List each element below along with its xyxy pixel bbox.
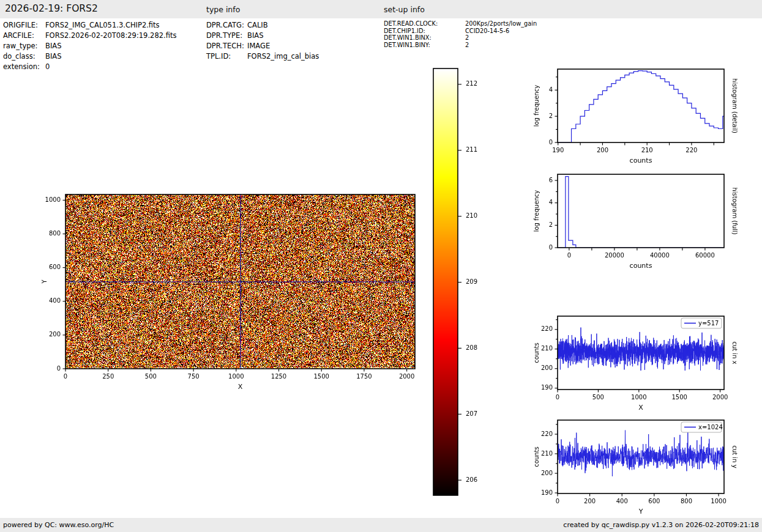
cut-in-x-plot xyxy=(523,305,762,418)
footer-right-text: created by qc_rawdisp.py v1.2.3 on 2026-… xyxy=(563,521,759,529)
info-label: ARCFILE: xyxy=(3,31,45,41)
info-value: 200Kps/2ports/low_gain xyxy=(465,20,537,27)
info-row: extension:0 xyxy=(3,62,176,72)
info-label: DET.WIN1.BINY: xyxy=(384,42,465,49)
info-row: TPL.ID:FORS2_img_cal_bias xyxy=(206,51,319,62)
info-label: TPL.ID: xyxy=(206,51,247,62)
info-row: do_class:BIAS xyxy=(3,51,176,62)
info-label: DPR.TECH: xyxy=(206,41,247,51)
info-label: DET.CHIP1.ID: xyxy=(384,28,465,35)
info-value: 2 xyxy=(465,42,469,48)
info-label: do_class: xyxy=(3,51,45,62)
info-row: DPR.TYPE:BIAS xyxy=(206,31,319,41)
setup-info-block: DET.READ.CLOCK:200Kps/2ports/low_gain DE… xyxy=(384,20,537,48)
type-info-heading: type info xyxy=(206,5,240,14)
info-value: FORS2_img_cal_bias xyxy=(247,52,319,61)
header-bar xyxy=(0,0,762,18)
qc-report-page: { "header": { "title": "2026-02-19: FORS… xyxy=(0,0,762,532)
info-value: 0 xyxy=(45,62,50,71)
info-value: CALIB xyxy=(247,21,268,29)
info-row: DPR.CATG:CALIB xyxy=(206,20,319,31)
info-label: ORIGFILE: xyxy=(3,20,45,31)
info-value: BIAS xyxy=(45,52,61,61)
colorbar xyxy=(425,64,493,501)
info-label: DPR.CATG: xyxy=(206,20,247,31)
info-value: BIAS xyxy=(247,31,263,40)
info-label: DET.READ.CLOCK: xyxy=(384,20,465,28)
info-label: DET.WIN1.BINX: xyxy=(384,34,465,42)
info-label: raw_type: xyxy=(3,41,45,51)
info-row: raw_type:BIAS xyxy=(3,41,176,51)
info-value: FORS2.2026-02-20T08:29:19.282.fits xyxy=(45,31,176,40)
info-value: CCID20-14-5-6 xyxy=(465,28,509,34)
info-value: 2 xyxy=(465,34,469,41)
info-row: DET.WIN1.BINY:2 xyxy=(384,42,537,49)
raw-image-heatmap xyxy=(24,180,431,407)
file-info-block: ORIGFILE:FORS2_IMG_CAL051.3.CHIP2.fits A… xyxy=(3,20,176,72)
cut-in-y-plot xyxy=(523,409,762,522)
info-row: DET.CHIP1.ID:CCID20-14-5-6 xyxy=(384,28,537,35)
histogram-detail-plot xyxy=(523,58,762,171)
info-row: DET.WIN1.BINX:2 xyxy=(384,34,537,42)
info-row: ORIGFILE:FORS2_IMG_CAL051.3.CHIP2.fits xyxy=(3,20,176,31)
info-row: ARCFILE:FORS2.2026-02-20T08:29:19.282.fi… xyxy=(3,31,176,41)
setup-info-heading: set-up info xyxy=(384,5,425,14)
histogram-full-plot xyxy=(523,163,762,276)
page-title: 2026-02-19: FORS2 xyxy=(5,3,98,14)
info-label: extension: xyxy=(3,62,45,72)
footer-left-text: powered by QC: www.eso.org/HC xyxy=(3,521,114,529)
info-value: IMAGE xyxy=(247,42,270,50)
info-label: DPR.TYPE: xyxy=(206,31,247,41)
info-row: DET.READ.CLOCK:200Kps/2ports/low_gain xyxy=(384,20,537,28)
type-info-block: DPR.CATG:CALIB DPR.TYPE:BIAS DPR.TECH:IM… xyxy=(206,20,319,62)
info-value: FORS2_IMG_CAL051.3.CHIP2.fits xyxy=(45,21,160,29)
info-row: DPR.TECH:IMAGE xyxy=(206,41,319,51)
info-value: BIAS xyxy=(45,42,61,50)
